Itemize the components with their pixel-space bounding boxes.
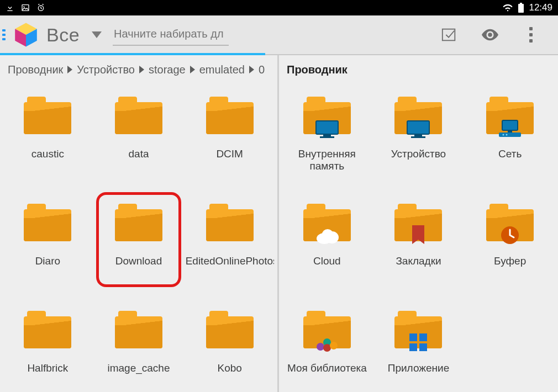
nav-label: Моя библиотека — [287, 362, 367, 374]
folder-label: DCIM — [216, 148, 243, 160]
folder-label: Kobo — [217, 362, 241, 374]
folder-icon — [115, 97, 162, 134]
apps-icon — [408, 332, 428, 352]
device-icon — [406, 119, 431, 138]
breadcrumb-item[interactable]: storage — [149, 63, 186, 76]
breadcrumb-item[interactable]: emulated — [199, 63, 245, 76]
svg-rect-30 — [409, 343, 417, 351]
svg-rect-0 — [22, 5, 29, 11]
nav-item[interactable]: Моя библиотека — [282, 305, 372, 392]
toolbar: Все — [0, 15, 558, 55]
svg-rect-14 — [411, 136, 425, 138]
folder-label: Download — [115, 255, 162, 267]
nav-label: Буфер — [494, 255, 526, 267]
svg-rect-11 — [320, 136, 334, 138]
nav-item[interactable]: Буфер — [465, 198, 555, 292]
folder-icon — [24, 204, 71, 241]
folder-item[interactable]: EditedOnlinePhotos — [185, 198, 274, 292]
svg-point-1 — [23, 6, 24, 7]
svg-point-27 — [330, 342, 338, 349]
folder-item[interactable]: caustic — [3, 91, 92, 184]
svg-rect-17 — [499, 133, 521, 137]
left-pane: Проводник Устройство storage emulated 0 … — [0, 55, 279, 392]
folder-icon — [206, 204, 254, 241]
svg-rect-16 — [508, 130, 512, 133]
folder-label: Halfbrick — [27, 362, 68, 374]
svg-point-18 — [503, 134, 504, 136]
svg-rect-29 — [419, 333, 427, 341]
breadcrumb-item[interactable]: 0 — [259, 63, 265, 76]
folder-grid-left: caustic data DCIM Diaro Download EditedO… — [0, 80, 277, 392]
internal-icon — [314, 119, 340, 138]
drawer-handle-icon[interactable] — [0, 15, 8, 54]
svg-point-22 — [322, 229, 333, 239]
folder-icon — [24, 311, 71, 348]
battery-icon — [518, 3, 524, 13]
right-pane-title: Проводник — [279, 55, 558, 80]
breadcrumb-item[interactable]: Устройство — [77, 63, 135, 76]
breadcrumb[interactable]: Проводник Устройство storage emulated 0 — [0, 55, 277, 80]
spinner-dropdown-icon[interactable] — [92, 31, 102, 38]
breadcrumb-item[interactable]: Проводник — [8, 63, 63, 76]
nav-item[interactable]: Приложение — [374, 305, 464, 392]
image-icon — [21, 3, 30, 12]
folder-label: EditedOnlinePhotos — [186, 255, 274, 267]
svg-point-24 — [317, 343, 324, 351]
library-icon — [315, 336, 339, 352]
folder-label: Diaro — [35, 255, 60, 267]
app-logo-icon[interactable] — [10, 19, 42, 51]
nav-label: Cloud — [313, 255, 341, 267]
folder-grid-right: Внутренняя память Устройство Сеть Cloud … — [279, 80, 558, 392]
folder-item[interactable]: Halfbrick — [3, 305, 92, 392]
folder-icon — [206, 311, 254, 348]
svg-rect-3 — [518, 4, 524, 13]
svg-rect-31 — [419, 343, 427, 351]
chevron-right-icon — [67, 66, 72, 73]
folder-item[interactable]: data — [94, 91, 183, 184]
overflow-menu-icon[interactable] — [523, 27, 539, 43]
chevron-right-icon — [249, 66, 254, 73]
nav-item[interactable]: Сеть — [465, 91, 555, 184]
nav-item[interactable]: Устройство — [374, 91, 464, 184]
clock-time: 12:49 — [529, 2, 552, 13]
folder-item[interactable]: Diaro — [3, 198, 92, 292]
svg-rect-15 — [502, 120, 518, 130]
folder-label: image_cache — [107, 362, 170, 374]
wifi-icon — [502, 3, 513, 12]
clock-icon — [500, 225, 520, 245]
folder-label: data — [129, 148, 149, 160]
svg-point-26 — [323, 344, 331, 352]
svg-point-19 — [506, 134, 508, 136]
folder-item[interactable]: Download — [94, 198, 183, 292]
select-mode-icon[interactable] — [441, 27, 457, 43]
nav-label: Внутренняя память — [283, 148, 371, 172]
search-input[interactable] — [113, 24, 229, 46]
svg-rect-13 — [414, 134, 422, 136]
category-spinner-label[interactable]: Все — [46, 24, 80, 46]
svg-rect-10 — [323, 134, 331, 136]
bookmark-icon — [411, 224, 425, 245]
nav-item[interactable]: Cloud — [282, 198, 372, 292]
download-icon — [6, 3, 14, 12]
folder-icon — [206, 97, 254, 134]
folder-item[interactable]: DCIM — [185, 91, 274, 184]
cloud-icon — [313, 227, 341, 245]
chevron-right-icon — [139, 66, 144, 73]
nav-item[interactable]: Закладки — [374, 198, 464, 292]
folder-label: caustic — [31, 148, 64, 160]
folder-icon — [115, 204, 162, 241]
folder-item[interactable]: Kobo — [185, 305, 274, 392]
folder-icon — [24, 97, 71, 134]
chevron-right-icon — [190, 66, 195, 73]
folder-icon — [115, 311, 162, 348]
nav-label: Приложение — [388, 362, 449, 374]
alarm-icon — [36, 3, 45, 12]
right-pane: Проводник Внутренняя память Устройство С… — [279, 55, 558, 392]
svg-rect-9 — [316, 121, 338, 134]
folder-item[interactable]: image_cache — [94, 305, 183, 392]
nav-item[interactable]: Внутренняя память — [282, 91, 372, 184]
visibility-icon[interactable] — [482, 27, 498, 43]
svg-rect-8 — [443, 29, 455, 41]
svg-rect-4 — [520, 3, 522, 4]
svg-rect-12 — [407, 121, 429, 134]
